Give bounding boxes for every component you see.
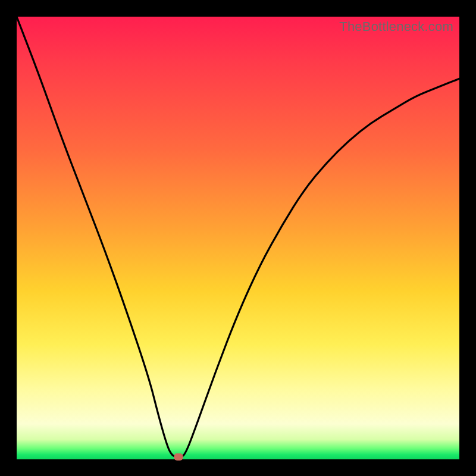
plot-area: TheBottleneck.com: [17, 17, 459, 459]
curve-path: [17, 17, 459, 457]
min-marker: [174, 453, 183, 461]
bottleneck-curve: [17, 17, 459, 459]
chart-frame: TheBottleneck.com: [0, 0, 476, 476]
